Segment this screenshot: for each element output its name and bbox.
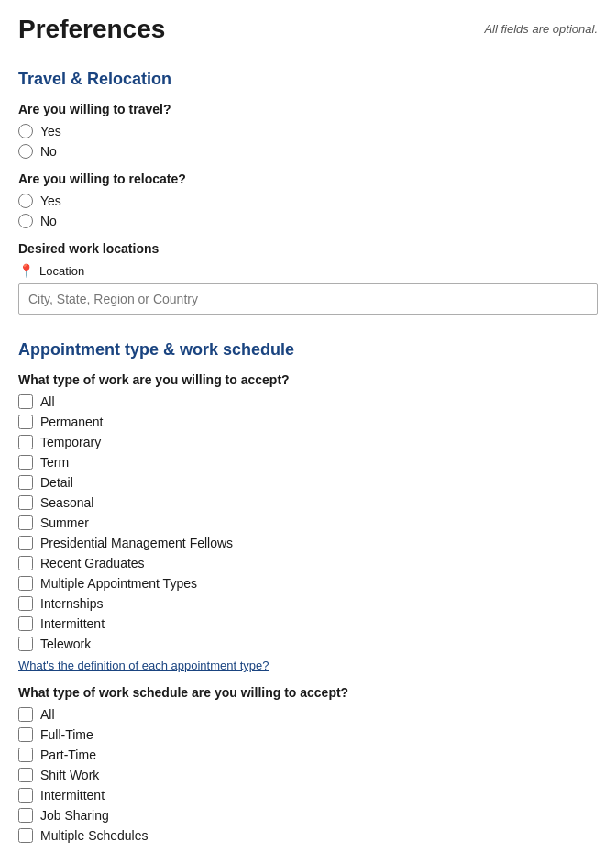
checkbox-input-work-schedule-6[interactable] (18, 828, 33, 843)
checkbox-input-work-type-2[interactable] (18, 435, 33, 449)
checkbox-item-work-schedule-6[interactable]: Multiple Schedules (18, 828, 598, 843)
checkbox-item-work-schedule-3[interactable]: Shift Work (18, 768, 598, 782)
radio-label-willing-to-relocate-1: No (40, 214, 57, 228)
checkbox-input-work-type-4[interactable] (18, 475, 33, 490)
question-label-willing-to-relocate: Are you willing to relocate? (18, 172, 598, 186)
page-title: Preferences (18, 15, 165, 44)
question-label-desired-locations: Desired work locations (18, 241, 598, 256)
checkbox-input-work-type-9[interactable] (18, 576, 33, 591)
checkbox-group-work-type: AllPermanentTemporaryTermDetailSeasonalS… (18, 394, 598, 651)
checkbox-item-work-type-5[interactable]: Seasonal (18, 495, 598, 510)
checkbox-label-work-schedule-4: Intermittent (40, 788, 104, 803)
checkbox-input-work-type-12[interactable] (18, 637, 33, 651)
checkbox-item-work-type-0[interactable]: All (18, 394, 598, 409)
checkbox-item-work-schedule-4[interactable]: Intermittent (18, 788, 598, 803)
checkbox-input-work-type-11[interactable] (18, 616, 33, 631)
section-travel-relocation: Travel & RelocationAre you willing to tr… (18, 70, 598, 315)
checkbox-label-work-type-2: Temporary (40, 435, 101, 449)
checkbox-input-work-type-7[interactable] (18, 536, 33, 550)
checkbox-input-work-schedule-3[interactable] (18, 768, 33, 782)
radio-item-willing-to-relocate-0[interactable]: Yes (18, 194, 598, 208)
radio-input-willing-to-travel-1[interactable] (18, 144, 33, 159)
location-section: 📍Location (18, 263, 598, 315)
question-label-willing-to-travel: Are you willing to travel? (18, 102, 598, 116)
question-label-work-schedule: What type of work schedule are you willi… (18, 685, 598, 700)
location-label-row: 📍Location (18, 263, 598, 278)
location-pin-icon: 📍 (18, 263, 34, 278)
checkbox-label-work-schedule-1: Full-Time (40, 727, 94, 742)
checkbox-item-work-type-1[interactable]: Permanent (18, 415, 598, 429)
page-header: Preferences All fields are optional. (18, 15, 598, 44)
checkbox-label-work-type-6: Summer (40, 515, 89, 530)
checkbox-item-work-schedule-0[interactable]: All (18, 707, 598, 722)
checkbox-item-work-type-11[interactable]: Intermittent (18, 616, 598, 631)
checkbox-input-work-type-1[interactable] (18, 415, 33, 429)
radio-group-willing-to-relocate: YesNo (18, 194, 598, 228)
checkbox-item-work-type-9[interactable]: Multiple Appointment Types (18, 576, 598, 591)
checkbox-input-work-type-10[interactable] (18, 596, 33, 611)
optional-note: All fields are optional. (484, 22, 598, 36)
checkbox-label-work-type-9: Multiple Appointment Types (40, 576, 197, 591)
radio-input-willing-to-relocate-0[interactable] (18, 194, 33, 208)
checkbox-label-work-type-4: Detail (40, 475, 73, 490)
radio-input-willing-to-travel-0[interactable] (18, 124, 33, 138)
radio-item-willing-to-relocate-1[interactable]: No (18, 214, 598, 228)
section-title-appointment-schedule: Appointment type & work schedule (18, 340, 598, 360)
checkbox-input-work-type-8[interactable] (18, 556, 33, 570)
checkbox-label-work-type-5: Seasonal (40, 495, 94, 510)
location-label-text: Location (39, 264, 84, 278)
checkbox-item-work-type-7[interactable]: Presidential Management Fellows (18, 536, 598, 550)
checkbox-item-work-schedule-2[interactable]: Part-Time (18, 748, 598, 762)
radio-label-willing-to-relocate-0: Yes (40, 194, 61, 208)
checkbox-label-work-type-1: Permanent (40, 415, 103, 429)
question-label-work-type: What type of work are you willing to acc… (18, 372, 598, 387)
radio-label-willing-to-travel-1: No (40, 144, 57, 159)
section-title-travel-relocation: Travel & Relocation (18, 70, 598, 89)
checkbox-item-work-type-6[interactable]: Summer (18, 515, 598, 530)
checkbox-label-work-schedule-5: Job Sharing (40, 808, 109, 823)
checkbox-input-work-schedule-5[interactable] (18, 808, 33, 823)
checkbox-input-work-type-5[interactable] (18, 495, 33, 510)
checkbox-label-work-type-12: Telework (40, 637, 91, 651)
checkbox-input-work-schedule-2[interactable] (18, 748, 33, 762)
checkbox-label-work-schedule-2: Part-Time (40, 748, 96, 762)
checkbox-item-work-type-8[interactable]: Recent Graduates (18, 556, 598, 570)
checkbox-label-work-type-3: Term (40, 455, 69, 470)
section-appointment-schedule: Appointment type & work scheduleWhat typ… (18, 340, 598, 843)
checkbox-item-work-type-3[interactable]: Term (18, 455, 598, 470)
radio-input-willing-to-relocate-1[interactable] (18, 214, 33, 228)
checkbox-label-work-type-10: Internships (40, 596, 103, 611)
checkbox-label-work-schedule-0: All (40, 707, 55, 722)
checkbox-input-work-type-0[interactable] (18, 394, 33, 409)
checkbox-item-work-schedule-5[interactable]: Job Sharing (18, 808, 598, 823)
checkbox-label-work-type-0: All (40, 394, 55, 409)
sections-container: Travel & RelocationAre you willing to tr… (18, 70, 598, 843)
checkbox-input-work-schedule-1[interactable] (18, 727, 33, 742)
appointment-type-link[interactable]: What's the definition of each appointmen… (18, 659, 270, 672)
checkbox-label-work-type-11: Intermittent (40, 616, 104, 631)
checkbox-item-work-type-4[interactable]: Detail (18, 475, 598, 490)
checkbox-label-work-schedule-3: Shift Work (40, 768, 99, 782)
checkbox-label-work-type-7: Presidential Management Fellows (40, 536, 233, 550)
checkbox-input-work-type-6[interactable] (18, 515, 33, 530)
location-input[interactable] (18, 283, 598, 315)
checkbox-input-work-schedule-0[interactable] (18, 707, 33, 722)
radio-label-willing-to-travel-0: Yes (40, 124, 61, 138)
checkbox-item-work-type-12[interactable]: Telework (18, 637, 598, 651)
checkbox-item-work-type-10[interactable]: Internships (18, 596, 598, 611)
radio-group-willing-to-travel: YesNo (18, 124, 598, 159)
checkbox-label-work-type-8: Recent Graduates (40, 556, 145, 570)
checkbox-item-work-schedule-1[interactable]: Full-Time (18, 727, 598, 742)
checkbox-item-work-type-2[interactable]: Temporary (18, 435, 598, 449)
radio-item-willing-to-travel-0[interactable]: Yes (18, 124, 598, 138)
checkbox-label-work-schedule-6: Multiple Schedules (40, 828, 148, 843)
radio-item-willing-to-travel-1[interactable]: No (18, 144, 598, 159)
checkbox-group-work-schedule: AllFull-TimePart-TimeShift WorkIntermitt… (18, 707, 598, 843)
checkbox-input-work-type-3[interactable] (18, 455, 33, 470)
checkbox-input-work-schedule-4[interactable] (18, 788, 33, 803)
